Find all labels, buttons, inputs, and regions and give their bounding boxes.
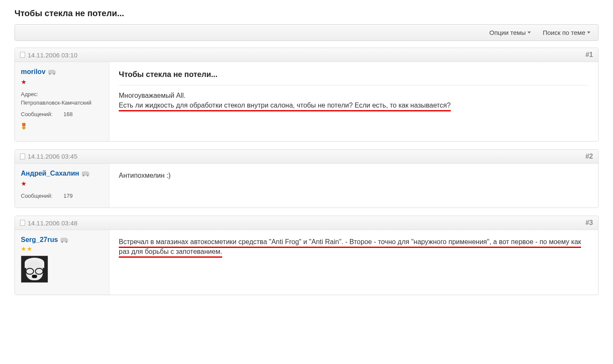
post-text: Есть ли жидкость для обработки стекол вн… [119, 100, 589, 110]
chevron-down-icon [587, 31, 590, 34]
username-text: Андрей_Сахалин [21, 170, 79, 177]
messages-value: 168 [63, 110, 73, 119]
user-meta: Адрес:Петропавловск-КамчатскийСообщений:… [21, 90, 103, 119]
post-text: Встречал в магазинах автокосметики средс… [119, 237, 589, 256]
username-link[interactable]: Андрей_Сахалин [21, 170, 89, 177]
address-label: Адрес: [21, 91, 38, 97]
chevron-down-icon [527, 31, 531, 34]
post: 14.11.2006 03:10#1morilov★Адрес:Петропав… [14, 48, 599, 142]
post-content: Чтобы стекла не потели...Многоуважаемый … [109, 62, 598, 141]
page-icon [20, 220, 25, 226]
post-number-link[interactable]: #2 [585, 153, 593, 160]
thread-toolbar: Опции темы Поиск по теме [14, 24, 599, 41]
post-text: Многоуважаемый All. [119, 91, 589, 100]
post-number-link[interactable]: #3 [585, 219, 593, 226]
car-icon [48, 70, 56, 74]
user-panel: Serg_27rus★★ [15, 230, 109, 295]
user-panel: morilov★Адрес:Петропавловск-КамчатскийСо… [15, 62, 109, 141]
post-text: Антипохмелин :) [119, 171, 589, 180]
highlighted-text: Встречал в магазинах автокосметики средс… [119, 238, 581, 258]
post-header: 14.11.2006 03:10#1 [15, 48, 598, 62]
post-datetime: 14.11.2006 03:48 [28, 219, 77, 227]
post-datetime: 14.11.2006 03:45 [28, 153, 77, 160]
thread-options-label: Опции темы [489, 29, 525, 36]
highlighted-text: Есть ли жидкость для обработки стекол вн… [119, 102, 451, 111]
rank-star-icon: ★ [21, 180, 103, 188]
rank-star-icon: ★ [21, 78, 103, 86]
medal-icon [21, 123, 103, 134]
avatar[interactable] [21, 256, 48, 283]
user-panel: Андрей_Сахалин★Сообщений:179 [15, 164, 109, 208]
messages-value: 179 [63, 192, 73, 200]
thread-search-label: Поиск по теме [543, 29, 585, 36]
thread-search-menu[interactable]: Поиск по теме [543, 29, 590, 36]
thread-options-menu[interactable]: Опции темы [489, 29, 530, 36]
post: 14.11.2006 03:45#2Андрей_Сахалин★Сообщен… [14, 149, 599, 208]
post-content: Встречал в магазинах автокосметики средс… [109, 230, 598, 295]
address-value: Петропавловск-Камчатский [21, 99, 103, 107]
user-meta: Сообщений:179 [21, 192, 103, 200]
post-number-link[interactable]: #1 [585, 51, 593, 58]
car-icon [60, 238, 68, 242]
car-icon [82, 171, 89, 176]
post-datetime: 14.11.2006 03:10 [28, 51, 77, 59]
username-link[interactable]: morilov [21, 68, 56, 76]
post: 14.11.2006 03:48#3Serg_27rus★★Встречал в… [14, 216, 599, 295]
messages-label: Сообщений: [21, 192, 59, 200]
username-text: morilov [21, 68, 46, 76]
post-subject: Чтобы стекла не потели... [119, 69, 589, 85]
messages-label: Сообщений: [21, 110, 59, 119]
username-link[interactable]: Serg_27rus [21, 236, 68, 244]
page-icon [20, 52, 25, 58]
rank-star-icon: ★★ [21, 245, 103, 252]
post-content: Антипохмелин :) [109, 164, 598, 208]
username-text: Serg_27rus [21, 236, 58, 244]
post-header: 14.11.2006 03:45#2 [15, 150, 598, 164]
post-header: 14.11.2006 03:48#3 [15, 216, 598, 230]
page-icon [20, 154, 25, 159]
thread-title: Чтобы стекла не потели... [14, 9, 599, 18]
